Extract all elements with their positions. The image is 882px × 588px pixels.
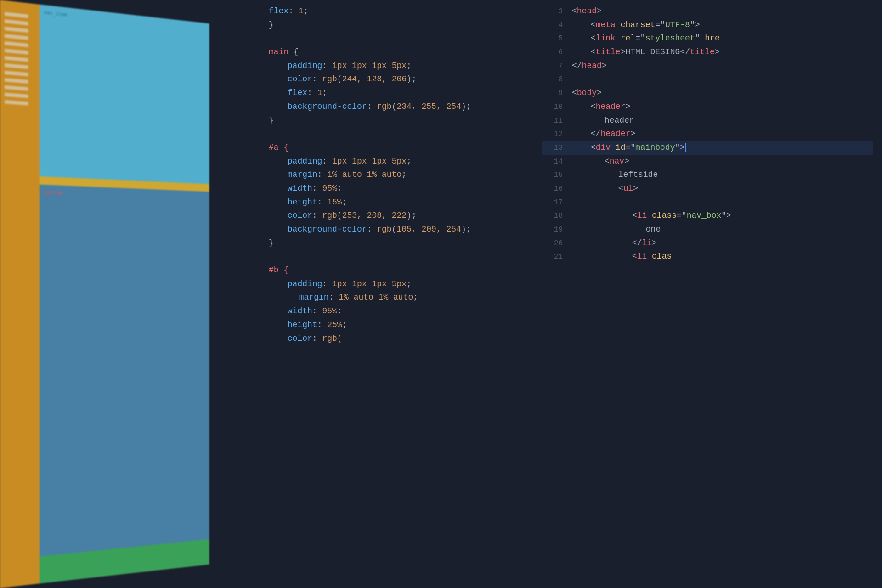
css-line-height1: height: 15%; bbox=[239, 196, 524, 209]
preview-header-label: nav_item bbox=[44, 10, 67, 18]
nav-line-7 bbox=[5, 56, 28, 62]
html-line-10: 10 <header> bbox=[542, 100, 873, 114]
html-line-14: 14 <nav> bbox=[542, 155, 873, 169]
html-line-7: 7 </head> bbox=[542, 59, 873, 73]
html-line-20: 20 </li> bbox=[542, 237, 873, 250]
css-line-height2: height: 25%; bbox=[239, 318, 524, 332]
css-line-flex1: flex: 1; bbox=[239, 86, 524, 100]
css-line-width1: width: 95%; bbox=[239, 182, 524, 196]
preview-body-section: bottom bbox=[38, 185, 209, 557]
nav-line-1 bbox=[5, 12, 28, 18]
css-line-margin2: margin: 1% auto 1% auto; bbox=[239, 291, 524, 305]
nav-line-11 bbox=[5, 85, 28, 91]
css-line-empty2 bbox=[239, 127, 524, 141]
nav-line-10 bbox=[5, 78, 28, 84]
css-line-empty1 bbox=[239, 32, 524, 45]
css-line-padding2: padding: 1px 1px 1px 5px; bbox=[239, 155, 524, 169]
html-line-8: 8 bbox=[542, 73, 873, 86]
css-line-width2: width: 95%; bbox=[239, 305, 524, 318]
html-line-3: 3 <head> bbox=[542, 5, 873, 18]
nav-line-9 bbox=[5, 71, 28, 76]
nav-line-5 bbox=[5, 41, 28, 47]
css-line-bgcolor2: background-color: rgb(105, 209, 254); bbox=[239, 223, 524, 237]
preview-sidebar bbox=[0, 0, 38, 588]
css-code-area: flex: 1; } main { padding bbox=[239, 0, 524, 345]
css-line-bgcolor1: background-color: rgb(234, 255, 254); bbox=[239, 100, 524, 114]
css-line-brace2: } bbox=[239, 114, 524, 128]
css-line-margin1: margin: 1% auto 1% auto; bbox=[239, 168, 524, 182]
css-line-color1: color: rgb(244, 128, 206); bbox=[239, 73, 524, 86]
html-line-9: 9 <body> bbox=[542, 86, 873, 100]
nav-line-2 bbox=[5, 19, 28, 25]
html-line-11: 11 header bbox=[542, 114, 873, 128]
html-line-4: 4 <meta charset="UTF-8"> bbox=[542, 18, 873, 32]
html-line-19: 19 one bbox=[542, 223, 873, 237]
css-line-padding3: padding: 1px 1px 1px 5px; bbox=[239, 277, 524, 291]
html-line-17: 17 bbox=[542, 196, 873, 209]
nav-line-3 bbox=[5, 27, 28, 33]
css-line-color2: color: rgb(253, 208, 222); bbox=[239, 209, 524, 223]
html-line-5: 5 <link rel="stylesheet" hre bbox=[542, 32, 873, 45]
nav-line-8 bbox=[5, 63, 28, 69]
html-line-18: 18 <li class="nav_box"> bbox=[542, 209, 873, 223]
nav-line-6 bbox=[5, 49, 28, 55]
html-line-12: 12 </header> bbox=[542, 127, 873, 141]
html-line-13: 13 <div id="mainbody"> bbox=[542, 141, 873, 155]
nav-line-13 bbox=[5, 100, 28, 106]
css-line-brace1: } bbox=[239, 18, 524, 32]
css-line-empty3 bbox=[239, 250, 524, 264]
preview-header-section: nav_item bbox=[38, 4, 209, 184]
css-line-brace3: } bbox=[239, 237, 524, 250]
html-line-6: 6 <title>HTML DESING</title> bbox=[542, 45, 873, 59]
css-line-b-selector: #b { bbox=[239, 264, 524, 277]
html-code-area: 3 <head> 4 <meta charset="UTF-8"> 5 <lin… bbox=[542, 0, 873, 264]
html-editor-panel: 3 <head> 4 <meta charset="UTF-8"> 5 <lin… bbox=[533, 0, 882, 588]
css-editor-panel: flex: 1; } main { padding bbox=[230, 0, 533, 588]
webpage-preview-panel: nav_item bottom bbox=[0, 0, 209, 588]
preview-main-content: nav_item bottom bbox=[38, 4, 209, 583]
nav-line-12 bbox=[5, 93, 28, 98]
css-line-20: flex: 1; bbox=[239, 5, 524, 18]
html-line-15: 15 leftside bbox=[542, 168, 873, 182]
css-line-color3-partial: color: rgb( bbox=[239, 332, 524, 346]
html-line-16: 16 <ul> bbox=[542, 182, 873, 196]
nav-line-4 bbox=[5, 34, 28, 40]
preview-bottom-label: bottom bbox=[44, 189, 62, 196]
webpage-preview: nav_item bottom bbox=[0, 0, 209, 588]
html-line-21: 21 <li clas bbox=[542, 250, 873, 264]
css-line-padding1: padding: 1px 1px 1px 5px; bbox=[239, 59, 524, 73]
css-line-main: main { bbox=[239, 45, 524, 59]
sidebar-nav bbox=[0, 9, 38, 108]
css-line-a-selector: #a { bbox=[239, 141, 524, 155]
